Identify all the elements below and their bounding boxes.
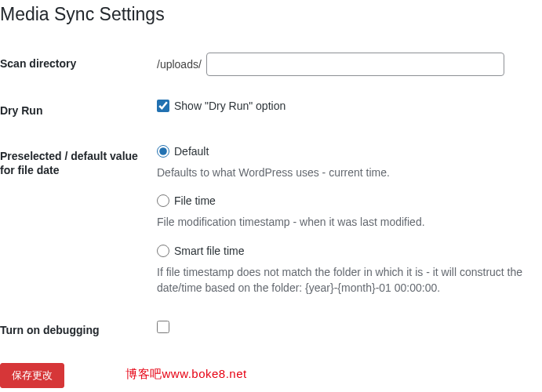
- file-date-radio-filetime[interactable]: [157, 194, 169, 207]
- scan-directory-input[interactable]: [206, 53, 504, 76]
- label-file-date: Preselected / default value for file dat…: [0, 133, 157, 307]
- dry-run-checkbox[interactable]: [157, 100, 169, 112]
- row-dry-run: Dry Run Show "Dry Run" option: [0, 88, 542, 133]
- row-file-date: Preselected / default value for file dat…: [0, 133, 542, 307]
- submit-row: 保存更改: [0, 363, 542, 388]
- dry-run-option[interactable]: Show "Dry Run" option: [157, 100, 286, 112]
- label-debugging: Turn on debugging: [0, 307, 157, 353]
- label-scan-directory: Scan directory: [0, 41, 157, 88]
- dry-run-checkbox-label: Show "Dry Run" option: [174, 100, 286, 112]
- file-date-option-smart: Smart file time: [157, 245, 534, 260]
- page-title: Media Sync Settings: [0, 4, 542, 25]
- file-date-option-default-label-wrap[interactable]: Default: [157, 145, 209, 158]
- file-date-option-filetime: File time: [157, 194, 534, 209]
- file-date-option-default-desc: Defaults to what WordPress uses - curren…: [157, 165, 534, 180]
- file-date-option-default-label: Default: [174, 145, 209, 158]
- file-date-option-default: Default: [157, 145, 534, 160]
- file-date-option-filetime-label: File time: [174, 194, 216, 207]
- file-date-option-smart-desc: If file timestamp does not match the fol…: [157, 264, 534, 296]
- file-date-radio-group: Default Defaults to what WordPress uses …: [157, 145, 534, 296]
- label-dry-run: Dry Run: [0, 88, 157, 133]
- scan-directory-prefix: /uploads/: [157, 58, 202, 71]
- file-date-radio-smart[interactable]: [157, 245, 169, 257]
- file-date-option-smart-label-wrap[interactable]: Smart file time: [157, 245, 244, 257]
- settings-wrap: Media Sync Settings Scan directory /uplo…: [0, 4, 542, 392]
- file-date-radio-default[interactable]: [157, 145, 169, 158]
- file-date-option-filetime-label-wrap[interactable]: File time: [157, 194, 216, 207]
- debugging-checkbox[interactable]: [157, 321, 169, 333]
- row-debugging: Turn on debugging: [0, 307, 542, 353]
- row-scan-directory: Scan directory /uploads/: [0, 41, 542, 88]
- file-date-option-filetime-desc: File modification timestamp - when it wa…: [157, 214, 534, 230]
- settings-form-table: Scan directory /uploads/ Dry Run Show "D…: [0, 41, 542, 354]
- save-changes-button[interactable]: 保存更改: [0, 363, 64, 388]
- file-date-option-smart-label: Smart file time: [174, 245, 244, 257]
- scan-directory-field-wrap: /uploads/: [157, 53, 534, 76]
